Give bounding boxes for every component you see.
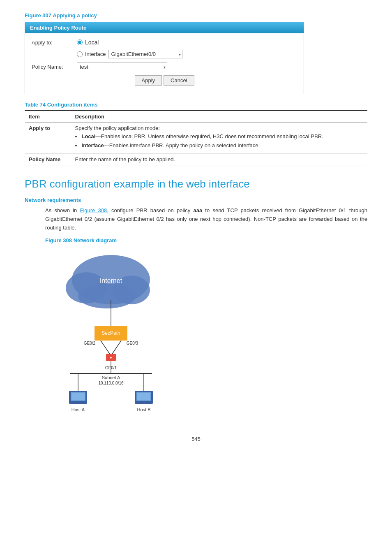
apply-to-description-intro: Specify the policy application mode: [75, 125, 160, 131]
apply-to-local-radio[interactable] [77, 39, 83, 45]
interface-bold: Interface [81, 142, 104, 148]
apply-to-interface-radio[interactable] [77, 51, 83, 57]
policy-name-select[interactable]: test [77, 63, 167, 71]
figure-307-title: Figure 307 Applying a policy [25, 12, 367, 19]
local-bold: Local [81, 133, 95, 139]
policy-name-select-wrapper: test [77, 63, 167, 71]
body-text-prefix: As shown in [45, 207, 80, 213]
page-number: 545 [25, 436, 367, 442]
interface-select-wrapper: GigabitEthernet0/0 [108, 50, 182, 58]
panel-body: Apply to: Local Interface GigabitEtherne… [25, 33, 304, 94]
button-row: Apply Cancel [32, 75, 297, 88]
host-a-label-svg: Host A [71, 407, 85, 412]
svg-rect-8 [137, 393, 150, 400]
col-item-header: Item [25, 111, 71, 123]
apply-to-bullet-interface: Interface—Enables interface PBR. Apply t… [81, 142, 363, 149]
cancel-button[interactable]: Cancel [164, 75, 194, 86]
ge02-label-svg: GE0/2 [84, 341, 96, 345]
apply-to-local-row: Apply to: Local [32, 39, 297, 46]
ge03-label-svg: GE0/3 [127, 341, 138, 345]
policy-name-bold: aaa [193, 207, 202, 213]
host-b-label-svg: Host B [137, 407, 150, 412]
svg-rect-4 [74, 402, 82, 404]
policy-name-control: test [77, 63, 167, 71]
internet-label: Internet [100, 277, 122, 284]
secpath-label-svg: SecPath [101, 330, 120, 336]
network-requirements-heading: Network requirements [25, 197, 367, 203]
apply-to-interface-option-label: Interface [85, 51, 106, 57]
apply-to-interface-control: Interface GigabitEthernet0/0 [77, 50, 182, 58]
apply-button[interactable]: Apply [135, 75, 162, 86]
svg-rect-5 [71, 393, 85, 400]
policy-name-label: Policy Name: [32, 64, 77, 70]
apply-to-local-option-label: Local [85, 39, 99, 46]
network-diagram: Internet SecPath GE0/2 GE0/3 ▼ GE0/1 Sub… [45, 247, 201, 419]
panel-header: Enabling Policy Route [25, 22, 304, 33]
ge03-line [111, 341, 121, 356]
table-row: Apply to Specify the policy application … [25, 123, 367, 154]
subnet-a-label-svg: Subnet A [102, 375, 120, 380]
subnet-addr-label-svg: 10.110.0.0/16 [98, 381, 124, 385]
table-header-row: Item Description [25, 111, 367, 123]
local-text: —Enables local PBR. Unless otherwise req… [95, 133, 323, 139]
body-text-middle: , configure PBR based on policy [107, 207, 193, 213]
policy-name-description: Enter the name of the policy to be appli… [71, 154, 367, 165]
figure-308-title: Figure 308 Network diagram [25, 237, 367, 243]
body-text: As shown in Figure 308, configure PBR ba… [25, 206, 367, 232]
apply-to-local-control: Local [77, 39, 99, 46]
apply-to-bullets: Local—Enables local PBR. Unless otherwis… [75, 133, 363, 149]
policy-name-item: Policy Name [25, 154, 71, 165]
interface-text: —Enables interface PBR. Apply the policy… [104, 142, 260, 148]
apply-to-bullet-local: Local—Enables local PBR. Unless otherwis… [81, 133, 363, 140]
col-description-header: Description [71, 111, 367, 123]
enabling-policy-route-panel: Enabling Policy Route Apply to: Local In… [25, 22, 304, 94]
table-row: Policy Name Enter the name of the policy… [25, 154, 367, 165]
svg-point-2 [78, 284, 136, 308]
figure-308-link[interactable]: Figure 308 [80, 207, 107, 213]
table-74-title: Table 74 Configuration items [25, 102, 367, 108]
junction-label: ▼ [109, 356, 113, 360]
policy-name-row: Policy Name: test [32, 63, 297, 71]
section-heading: PBR configuration example in the web int… [25, 178, 367, 190]
apply-to-label: Apply to: [32, 39, 77, 46]
interface-select[interactable]: GigabitEthernet0/0 [108, 50, 182, 58]
diagram-container: Internet SecPath GE0/2 GE0/3 ▼ GE0/1 Sub… [25, 247, 367, 419]
config-table: Item Description Apply to Specify the po… [25, 110, 367, 165]
ge02-line [101, 341, 111, 356]
apply-to-interface-row: Interface GigabitEthernet0/0 [32, 50, 297, 58]
apply-to-description: Specify the policy application mode: Loc… [71, 123, 367, 154]
svg-rect-7 [140, 402, 148, 404]
apply-to-item: Apply to [25, 123, 71, 154]
